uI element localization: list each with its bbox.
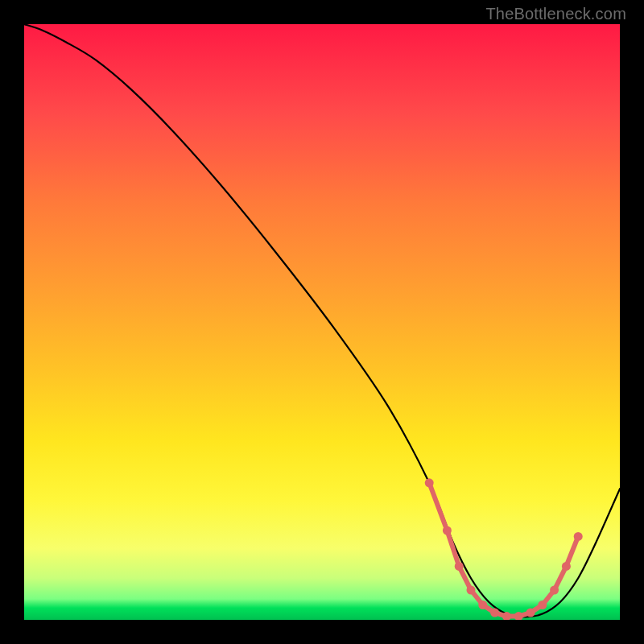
- highlight-segment-line: [429, 483, 578, 617]
- watermark-text: TheBottleneck.com: [485, 5, 626, 23]
- highlight-markers: [425, 478, 583, 620]
- chart-frame: TheBottleneck.com: [0, 0, 644, 644]
- markers-layer: [24, 24, 620, 620]
- plot-area: [24, 24, 620, 620]
